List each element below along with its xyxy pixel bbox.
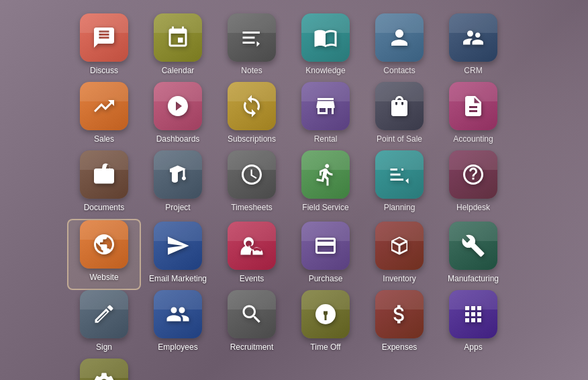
app-label-knowledge: Knowledge [305,66,345,75]
app-item-knowledge[interactable]: Knowledge [289,13,362,82]
app-icon-planning [375,150,424,199]
app-label-events: Events [240,274,264,283]
app-label-emailmarketing: Email Marketing [149,274,207,283]
app-item-manufacturing[interactable]: Manufacturing [436,219,510,290]
app-row-1: SalesDashboardsSubscriptionsRentalPoint … [67,82,521,150]
app-row-0: DiscussCalendarNotesKnowledgeContactsCRM [67,13,521,82]
app-label-pointofsale: Point of Sale [377,134,422,144]
app-item-subscriptions[interactable]: Subscriptions [215,82,289,150]
app-icon-subscriptions [228,82,276,130]
app-item-documents[interactable]: Documents [67,150,141,219]
app-item-recruitment[interactable]: Recruitment [215,290,289,359]
app-icon-sign [80,290,128,338]
app-item-helpdesk[interactable]: Helpdesk [436,150,510,219]
app-label-calendar: Calendar [162,66,195,75]
app-label-subscriptions: Subscriptions [228,134,276,144]
app-label-planning: Planning [384,203,415,212]
app-label-inventory: Inventory [383,274,415,283]
app-item-expenses[interactable]: Expenses [362,290,436,359]
app-label-sales: Sales [94,134,114,144]
app-icon-dashboards [154,82,202,130]
app-label-expenses: Expenses [382,342,418,352]
app-icon-documents [80,150,128,199]
app-icon-purchase [301,222,350,270]
app-label-employees: Employees [158,342,197,352]
app-item-project[interactable]: Project [141,150,215,219]
app-row-3: WebsiteEmail MarketingEventsPurchaseInve… [67,219,521,290]
app-item-purchase[interactable]: Purchase [289,219,362,290]
app-item-inventory[interactable]: Inventory [362,219,436,290]
app-item-timeoff[interactable]: Time Off [289,290,362,359]
app-item-sign[interactable]: Sign [67,290,141,359]
app-item-employees[interactable]: Employees [141,290,215,359]
app-item-apps[interactable]: Apps [436,290,510,359]
app-label-dashboards: Dashboards [156,134,200,144]
app-label-rental: Rental [314,134,338,144]
app-label-crm: CRM [464,66,482,75]
app-icon-helpdesk [449,150,497,199]
app-icon-contacts [375,13,424,62]
app-label-accounting: Accounting [453,134,493,144]
app-icon-timeoff [301,290,350,338]
app-label-manufacturing: Manufacturing [448,274,499,283]
app-icon-timesheets [228,150,276,199]
app-icon-fieldservice [301,150,350,199]
app-row-5 [67,359,521,380]
app-label-purchase: Purchase [309,274,343,283]
app-item-fieldservice[interactable]: Field Service [289,150,362,219]
app-label-discuss: Discuss [90,66,118,75]
app-label-contacts: Contacts [383,66,415,75]
app-icon-employees [154,290,202,338]
app-item-events[interactable]: Events [215,219,289,290]
app-icon-recruitment [228,290,276,338]
app-icon-website [80,220,128,269]
app-label-project: Project [165,203,190,212]
app-icon-notes [228,13,276,62]
app-item-calendar[interactable]: Calendar [141,13,215,82]
app-item-discuss[interactable]: Discuss [67,13,141,82]
app-item-settings[interactable] [67,359,141,380]
app-grid: DiscussCalendarNotesKnowledgeContactsCRM… [0,0,588,380]
app-label-recruitment: Recruitment [230,342,274,352]
app-icon-emailmarketing [154,222,202,270]
app-icon-manufacturing [449,222,497,270]
app-item-website[interactable]: Website [67,219,141,290]
app-label-helpdesk: Helpdesk [456,203,490,212]
app-item-accounting[interactable]: Accounting [436,82,510,150]
app-label-fieldservice: Field Service [302,203,348,212]
app-icon-knowledge [301,13,350,62]
app-icon-inventory [375,222,424,270]
app-label-sign: Sign [96,342,112,352]
app-item-emailmarketing[interactable]: Email Marketing [141,219,215,290]
app-icon-rental [301,82,350,130]
app-label-timeoff: Time Off [310,342,340,352]
app-icon-sales [80,82,128,130]
app-item-timesheets[interactable]: Timesheets [215,150,289,219]
app-icon-settings [80,359,128,380]
app-item-crm[interactable]: CRM [436,13,510,82]
app-icon-events [228,222,276,270]
app-row-4: SignEmployeesRecruitmentTime OffExpenses… [67,290,521,359]
app-icon-calendar [154,13,202,62]
app-label-documents: Documents [84,203,125,212]
app-item-planning[interactable]: Planning [362,150,436,219]
app-item-sales[interactable]: Sales [67,82,141,150]
app-item-contacts[interactable]: Contacts [362,13,436,82]
app-item-rental[interactable]: Rental [289,82,362,150]
app-label-website: Website [89,273,118,282]
app-icon-project [154,150,202,199]
app-icon-accounting [449,82,497,130]
app-icon-discuss [80,13,128,62]
app-label-notes: Notes [241,66,262,75]
app-item-dashboards[interactable]: Dashboards [141,82,215,150]
app-icon-crm [449,13,497,62]
app-label-timesheets: Timesheets [231,203,273,212]
app-item-pointofsale[interactable]: Point of Sale [362,82,436,150]
app-icon-apps [449,290,497,338]
app-icon-pointofsale [375,82,424,130]
app-row-2: DocumentsProjectTimesheetsField ServiceP… [67,150,521,219]
app-label-apps: Apps [464,342,482,352]
app-item-notes[interactable]: Notes [215,13,289,82]
app-icon-expenses [375,290,424,338]
